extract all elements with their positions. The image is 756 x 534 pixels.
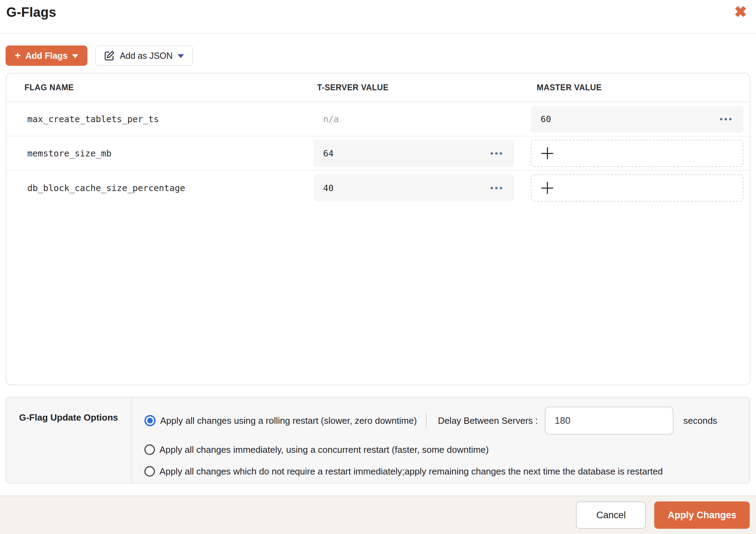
table-row: max_create_tablets_per_ts n/a 60 <box>6 102 750 136</box>
tserver-value-box: 64 <box>313 140 514 167</box>
table-header-row: FLAG NAME T-SERVER VALUE MASTER VALUE <box>6 73 750 102</box>
radio-concurrent-restart-label: Apply all changes immediately, using a c… <box>159 444 489 455</box>
master-value: 60 <box>541 114 551 124</box>
more-options-icon[interactable] <box>490 185 503 191</box>
page-title: G-Flags <box>6 5 56 20</box>
seconds-label: seconds <box>683 415 717 426</box>
add-as-json-label: Add as JSON <box>120 51 172 61</box>
add-flags-button[interactable]: + Add Flags <box>6 45 87 66</box>
delay-seconds-input[interactable] <box>545 407 673 435</box>
add-flags-label: Add Flags <box>26 51 68 61</box>
delay-between-servers-label: Delay Between Servers : <box>438 415 538 426</box>
tserver-value-box: 40 <box>313 174 514 202</box>
radio-no-restart-label: Apply all changes which do not require a… <box>159 466 663 477</box>
column-header-flag-name: FLAG NAME <box>6 83 304 92</box>
plus-icon: + <box>15 50 21 61</box>
modal-footer: Cancel Apply Changes <box>0 496 756 534</box>
flag-name: memstore_size_mb <box>6 148 304 159</box>
chevron-down-icon <box>72 54 78 58</box>
divider <box>426 413 427 428</box>
plus-icon <box>541 147 553 159</box>
column-header-tserver-value: T-SERVER VALUE <box>304 83 524 92</box>
more-options-icon[interactable] <box>490 150 503 157</box>
radio-rolling-restart[interactable] <box>144 415 156 426</box>
toolbar: + Add Flags Add as JSON <box>6 45 193 66</box>
radio-rolling-restart-label: Apply all changes using a rolling restar… <box>160 415 417 426</box>
cancel-button[interactable]: Cancel <box>576 501 646 529</box>
plus-icon <box>541 182 553 194</box>
more-options-icon[interactable] <box>719 116 732 122</box>
add-master-value-button[interactable] <box>531 140 743 167</box>
chevron-down-icon <box>178 54 184 58</box>
gflags-table: FLAG NAME T-SERVER VALUE MASTER VALUE ma… <box>6 73 750 385</box>
options-title: G-Flag Update Options <box>6 412 131 423</box>
master-value-box: 60 <box>531 105 743 133</box>
add-master-value-button[interactable] <box>531 174 743 202</box>
tserver-value: 40 <box>323 183 334 193</box>
radio-no-restart[interactable] <box>144 466 155 477</box>
gflag-update-options-panel: G-Flag Update Options Apply all changes … <box>6 397 750 484</box>
close-icon[interactable]: ✖ <box>732 3 750 21</box>
tserver-value: 64 <box>323 148 334 159</box>
options-title-cell: G-Flag Update Options <box>6 398 131 483</box>
modal-header: G-Flags ✖ <box>0 0 756 34</box>
table-row: db_block_cache_size_percentage 40 <box>6 171 750 205</box>
options-body: Apply all changes using a rolling restar… <box>131 398 750 483</box>
tserver-value-empty: n/a <box>323 114 339 124</box>
table-row: memstore_size_mb 64 <box>6 136 750 171</box>
radio-concurrent-restart[interactable] <box>144 444 155 455</box>
flag-name: db_block_cache_size_percentage <box>6 183 304 193</box>
add-as-json-button[interactable]: Add as JSON <box>95 45 193 66</box>
edit-icon <box>104 50 115 61</box>
column-header-master-value: MASTER VALUE <box>524 83 750 92</box>
flag-name: max_create_tablets_per_ts <box>6 114 304 124</box>
apply-changes-button[interactable]: Apply Changes <box>654 501 750 529</box>
